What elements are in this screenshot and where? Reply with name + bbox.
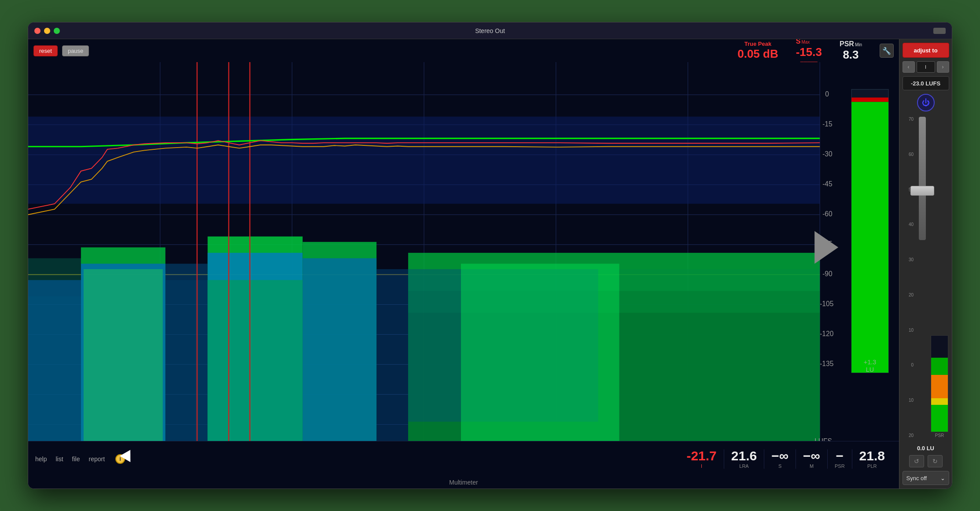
lra-stat: 21.6 LRA	[724, 449, 764, 469]
psr-stat: − PSR	[828, 449, 852, 469]
fader-container	[914, 115, 930, 440]
sync-label: Sync off	[906, 475, 927, 481]
meter-green-bottom	[931, 405, 948, 432]
fader-value: 0.0 LU	[917, 445, 934, 452]
svg-text:-45: -45	[822, 180, 833, 188]
true-peak-label: True Peak	[737, 41, 778, 47]
nav-links: help list file report	[35, 455, 105, 463]
redo-button[interactable]: ↻	[928, 455, 943, 467]
scale-and-fader: 70 60 50 40 30 20 10 0 10 20	[902, 115, 949, 440]
main-content: reset pause True Peak 0.05 dB S Max -15.…	[28, 39, 952, 489]
psrmin-label: PSR	[840, 40, 854, 48]
svg-text:-90: -90	[822, 270, 833, 278]
title-bar-right	[933, 28, 946, 34]
bottom-stats-bar: help list file report i -21.7 I	[28, 441, 899, 476]
arrow-right-button[interactable]: ›	[937, 61, 949, 73]
svg-text:0: 0	[825, 90, 829, 98]
pause-button[interactable]: pause	[62, 45, 89, 56]
scale-10b: 10	[903, 398, 914, 403]
svg-text:-105: -105	[820, 300, 833, 307]
true-peak-value: 0.05 dB	[737, 47, 778, 61]
analyzer-panel: reset pause True Peak 0.05 dB S Max -15.…	[28, 39, 899, 489]
smax-sub: Max	[801, 40, 810, 44]
svg-rect-20	[28, 117, 820, 204]
main-window: Stereo Out reset pause True Peak 0.05 dB	[28, 22, 952, 489]
power-button[interactable]: ⏻	[917, 94, 935, 111]
svg-rect-27	[84, 269, 163, 444]
lra-value: 21.6	[731, 449, 757, 463]
svg-rect-34	[302, 258, 376, 444]
psrmin-value: 8.3	[840, 48, 862, 62]
window-controls	[34, 28, 60, 34]
nav-list[interactable]: list	[55, 455, 63, 463]
meter-yellow	[931, 398, 948, 405]
multimeter-label: Multimeter	[28, 476, 899, 489]
nav-arrows: ‹ I ›	[903, 61, 949, 73]
reset-button[interactable]: reset	[33, 45, 58, 56]
psrmin-stat: PSR Min 8.3	[840, 40, 862, 62]
scale-30: 30	[903, 257, 914, 262]
s-label: S	[778, 463, 781, 469]
right-mini-meter	[931, 335, 948, 432]
smax-stat: S Max -15.3 ─────	[796, 39, 822, 64]
nav-report[interactable]: report	[89, 455, 105, 463]
scale-0: 0	[903, 363, 914, 367]
s-value: −∞	[771, 449, 788, 463]
svg-rect-29	[166, 280, 208, 444]
close-button[interactable]	[34, 28, 41, 34]
meter-orange	[931, 375, 948, 398]
i-value: -21.7	[686, 449, 716, 463]
scale-20b: 20	[903, 433, 914, 438]
fader-track	[919, 117, 926, 240]
nav-help[interactable]: help	[35, 455, 47, 463]
scale-10: 10	[903, 328, 914, 333]
wrench-icon: 🔧	[882, 47, 891, 55]
scale-20: 20	[903, 293, 914, 297]
i-label: I	[701, 463, 702, 469]
settings-button[interactable]: 🔧	[880, 44, 894, 58]
psr-value: −	[836, 449, 844, 463]
right-panel: adjust to ‹ I › -23.0 LUFS ⏻ 70 60 50 40	[899, 39, 952, 489]
true-peak-stat: True Peak 0.05 dB	[737, 41, 778, 61]
meter-green-top	[931, 358, 948, 375]
right-scale: 70 60 50 40 30 20 10 0 10 20	[902, 115, 914, 440]
right-mini-meter-container: PSR	[930, 115, 949, 440]
fader-thumb[interactable]	[910, 186, 934, 196]
svg-text:-60: -60	[822, 210, 833, 218]
adjust-button[interactable]: adjust to	[903, 43, 949, 58]
lra-label: LRA	[739, 463, 748, 469]
window-title: Stereo Out	[475, 27, 505, 34]
info-marker: i	[115, 454, 125, 464]
nav-file[interactable]: file	[72, 455, 80, 463]
plr-label: PLR	[867, 463, 877, 469]
s-stat: −∞ S	[764, 449, 796, 469]
svg-text:-135: -135	[820, 360, 833, 367]
controls-bar: reset pause True Peak 0.05 dB S Max -15.…	[28, 39, 899, 62]
svg-text:-120: -120	[820, 330, 833, 337]
scale-60: 60	[903, 152, 914, 157]
m-label: M	[810, 463, 814, 469]
psrmin-sub: Min	[855, 42, 862, 47]
plr-value: 21.8	[859, 449, 885, 463]
target-value-display: I	[917, 61, 935, 73]
minimize-button[interactable]	[44, 28, 50, 34]
svg-rect-32	[208, 280, 303, 444]
arrow-left-button[interactable]: ‹	[903, 61, 915, 73]
title-bar: Stereo Out	[28, 22, 952, 39]
power-icon: ⏻	[922, 98, 930, 107]
undo-button[interactable]: ↺	[909, 455, 924, 467]
svg-text:-15: -15	[822, 120, 833, 128]
sync-dropdown[interactable]: Sync off ⌄	[903, 471, 949, 485]
svg-rect-24	[28, 296, 81, 444]
maximize-button[interactable]	[54, 28, 60, 34]
chart-and-meter: 0 -15 -30 -45 -60 -75 -90 -105 -120 -135…	[28, 62, 899, 476]
expand-icon	[933, 28, 946, 34]
svg-text:+1.3: +1.3	[864, 359, 876, 366]
m-stat: −∞ M	[796, 449, 828, 469]
waveform-svg: 0 -15 -30 -45 -60 -75 -90 -105 -120 -135…	[28, 62, 899, 476]
svg-rect-62	[851, 102, 888, 373]
svg-rect-44	[461, 264, 619, 444]
m-value: −∞	[803, 449, 820, 463]
smax-value: -15.3	[796, 45, 822, 59]
lufs-display: -23.0 LUFS	[903, 76, 949, 90]
